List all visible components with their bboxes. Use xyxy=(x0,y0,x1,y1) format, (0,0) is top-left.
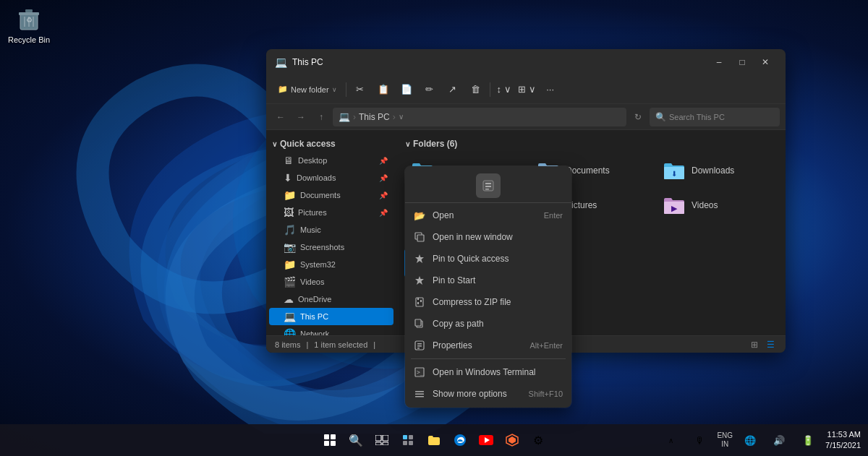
ctx-pin-quick-label: Pin to Quick access xyxy=(433,254,563,264)
clock[interactable]: 11:53 AM 7/15/2021 xyxy=(825,429,861,452)
youtube-button[interactable] xyxy=(475,429,498,452)
folders-section-header: ∨ Folders (6) xyxy=(405,139,777,149)
ctx-open[interactable]: 📂 Open Enter xyxy=(405,205,571,226)
path-dropdown[interactable]: ∨ xyxy=(399,113,404,121)
music-icon: 🎵 xyxy=(284,224,296,236)
grid-view-button[interactable]: ⊞ xyxy=(748,338,761,351)
new-folder-button[interactable]: 📁 New folder ∨ xyxy=(272,79,343,100)
more-button[interactable]: ··· xyxy=(540,79,561,100)
search-box[interactable]: 🔍 Search This PC xyxy=(650,108,780,126)
delete-button[interactable]: 🗑 xyxy=(465,79,487,100)
copy-button[interactable]: 📋 xyxy=(373,79,394,100)
address-path[interactable]: 💻 › This PC › ∨ xyxy=(333,108,626,126)
widgets-button[interactable] xyxy=(396,429,420,452)
sidebar-item-desktop[interactable]: 🖥 Desktop 📌 xyxy=(269,152,393,169)
music-label: Music xyxy=(300,225,321,234)
refresh-button[interactable]: ↻ xyxy=(629,108,647,126)
thispc-label: This PC xyxy=(300,312,328,321)
edge-button[interactable] xyxy=(448,429,472,452)
share-button[interactable]: ↗ xyxy=(442,79,464,100)
items-count: 8 items xyxy=(275,340,300,349)
show-more-shortcut: Shift+F10 xyxy=(529,390,563,398)
sidebar-item-downloads[interactable]: ⬇ Downloads 📌 xyxy=(269,169,393,186)
office-button[interactable] xyxy=(501,429,524,452)
settings-button[interactable]: ⚙ xyxy=(527,429,550,452)
sidebar-item-documents[interactable]: 📁 Documents 📌 xyxy=(269,186,393,204)
sidebar-item-screenshots[interactable]: 📷 Screenshots xyxy=(269,238,393,256)
sidebar-item-pictures[interactable]: 🖼 Pictures 📌 xyxy=(269,204,393,221)
ctx-pin-quick[interactable]: Pin to Quick access xyxy=(405,248,571,270)
recycle-bin-icon[interactable]: ♻ Recycle Bin xyxy=(6,6,52,45)
sort-button[interactable]: ↕ ∨ xyxy=(493,79,515,100)
sidebar-item-network[interactable]: 🌐 Network xyxy=(269,325,393,335)
svg-text:▶: ▶ xyxy=(671,204,678,212)
ctx-properties[interactable]: Properties Alt+Enter xyxy=(405,335,571,356)
sidebar-item-music[interactable]: 🎵 Music xyxy=(269,221,393,238)
svg-rect-25 xyxy=(485,189,489,190)
maximize-button[interactable]: □ xyxy=(731,52,754,72)
pictures-icon: 🖼 xyxy=(284,207,294,218)
forward-button[interactable]: → xyxy=(292,108,310,126)
properties-icon xyxy=(414,340,425,351)
minimize-button[interactable]: – xyxy=(707,52,731,72)
paste-button[interactable]: 📄 xyxy=(396,79,417,100)
folders-arrow: ∨ xyxy=(405,140,410,148)
sidebar-item-thispc[interactable]: 💻 This PC xyxy=(269,308,393,325)
pin-icon2: 📌 xyxy=(379,174,388,182)
status-separator2: | xyxy=(373,340,375,349)
show-more-icon xyxy=(414,388,425,400)
ctx-copy-path[interactable]: Copy as path xyxy=(405,313,571,335)
ctx-compress[interactable]: Compress to ZIP file xyxy=(405,291,571,313)
address-bar: ← → ↑ 💻 › This PC › ∨ ↻ 🔍 Search This PC xyxy=(266,104,786,130)
close-button[interactable]: ✕ xyxy=(754,52,777,72)
taskbar: 🔍 xyxy=(0,424,868,456)
ctx-compress-label: Compress to ZIP file xyxy=(433,297,563,307)
ctx-open-terminal[interactable]: >_ Open in Windows Terminal xyxy=(405,361,571,383)
ctx-open-new-window[interactable]: Open in new window xyxy=(405,226,571,248)
sidebar-item-videos[interactable]: 🎬 Videos xyxy=(269,273,393,291)
desktop: ♻ Recycle Bin 💻 This PC – □ ✕ 📁 New fold… xyxy=(0,0,868,456)
path-separator: › xyxy=(353,112,356,122)
documents-icon: 📁 xyxy=(284,189,296,201)
svg-rect-51 xyxy=(375,442,381,445)
svg-rect-27 xyxy=(417,235,424,241)
svg-rect-48 xyxy=(331,441,336,446)
start-button[interactable] xyxy=(318,429,341,452)
onedrive-icon: ☁ xyxy=(284,293,294,305)
svg-marker-29 xyxy=(415,276,424,285)
file-explorer-taskbar-button[interactable] xyxy=(422,429,446,452)
svg-rect-37 xyxy=(417,343,422,345)
ctx-show-more[interactable]: Show more options Shift+F10 xyxy=(405,383,571,405)
svg-rect-42 xyxy=(415,391,424,392)
pin-icon3: 📌 xyxy=(379,192,388,199)
sidebar-item-system32[interactable]: 📁 System32 xyxy=(269,256,393,273)
view-button[interactable]: ⊞ ∨ xyxy=(516,79,538,100)
svg-rect-43 xyxy=(415,394,424,395)
chevron-up-icon[interactable]: ∧ xyxy=(659,429,682,452)
list-view-button[interactable]: ☰ xyxy=(764,338,777,351)
up-button[interactable]: ↑ xyxy=(312,108,330,126)
network-systray-icon[interactable]: 🌐 xyxy=(739,429,762,452)
svg-rect-30 xyxy=(416,298,423,306)
battery-icon[interactable]: 🔋 xyxy=(796,429,820,452)
cut-button[interactable]: ✂ xyxy=(349,79,371,100)
quick-access-header[interactable]: ∨ Quick access xyxy=(266,136,396,152)
context-menu: 📂 Open Enter Open in new window Pin to Q… xyxy=(405,166,571,408)
svg-marker-28 xyxy=(415,254,424,263)
sidebar-item-onedrive[interactable]: ☁ OneDrive xyxy=(269,291,393,308)
back-button[interactable]: ← xyxy=(272,108,289,126)
microphone-icon[interactable]: 🎙 xyxy=(688,429,711,452)
ctx-icon-button[interactable] xyxy=(476,173,501,198)
speaker-icon[interactable]: 🔊 xyxy=(767,429,791,452)
ctx-open-label: Open xyxy=(433,210,537,220)
rename-button[interactable]: ✏ xyxy=(419,79,441,100)
path-icon: 💻 xyxy=(339,111,350,122)
ctx-pin-start[interactable]: Pin to Start xyxy=(405,270,571,291)
folder-downloads[interactable]: ⬇ Downloads xyxy=(657,156,777,185)
task-view-button[interactable] xyxy=(370,429,393,452)
lang-indicator: ENGIN xyxy=(717,431,733,449)
folder-videos[interactable]: ▶ Videos xyxy=(657,191,777,220)
search-taskbar-button[interactable]: 🔍 xyxy=(344,429,367,452)
time-display: 11:53 AM xyxy=(825,429,861,440)
svg-rect-35 xyxy=(415,319,421,326)
